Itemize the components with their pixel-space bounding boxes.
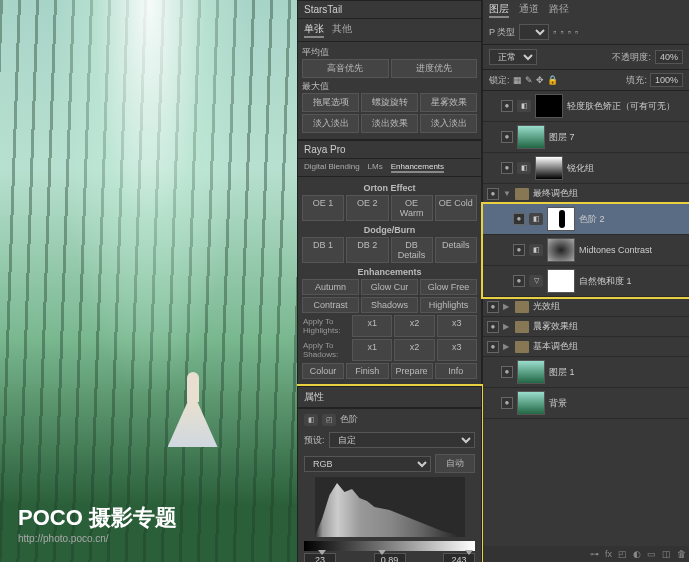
filter-icon[interactable]: ▫ xyxy=(561,27,564,37)
glowcur-button[interactable]: Glow Cur xyxy=(361,279,418,295)
kind-select[interactable] xyxy=(519,24,549,40)
x2s-button[interactable]: x2 xyxy=(394,339,434,361)
st-btn[interactable]: 进度优先 xyxy=(391,59,478,78)
adjust-icon[interactable]: ◐ xyxy=(633,549,641,559)
expand-icon[interactable]: ▶ xyxy=(503,342,511,351)
tab-blend[interactable]: Digital Blending xyxy=(304,162,360,173)
finish-button[interactable]: Finish xyxy=(346,363,388,379)
tab-lms[interactable]: LMs xyxy=(368,162,383,173)
db2-button[interactable]: DB 2 xyxy=(346,237,388,263)
mask-icon[interactable]: ◰ xyxy=(618,549,627,559)
visibility-icon[interactable]: ● xyxy=(513,244,525,256)
visibility-icon[interactable]: ● xyxy=(501,162,513,174)
tab-paths[interactable]: 路径 xyxy=(549,2,569,18)
expand-icon[interactable]: ▶ xyxy=(503,302,511,311)
lock-pos-icon[interactable]: ✥ xyxy=(536,75,544,85)
visibility-icon[interactable]: ● xyxy=(487,321,499,333)
layer-thumb[interactable] xyxy=(517,391,545,415)
autumn-button[interactable]: Autumn xyxy=(302,279,359,295)
layer-thumb[interactable] xyxy=(517,360,545,384)
visibility-icon[interactable]: ● xyxy=(501,131,513,143)
filter-icon[interactable]: ▫ xyxy=(568,27,571,37)
st-btn[interactable]: 淡入淡出 xyxy=(420,114,477,133)
lock-trans-icon[interactable]: ▦ xyxy=(513,75,522,85)
trash-icon[interactable]: 🗑 xyxy=(677,549,686,559)
layer-row[interactable]: ● 图层 1 xyxy=(483,357,689,388)
visibility-icon[interactable]: ● xyxy=(501,397,513,409)
mask-thumb[interactable] xyxy=(535,94,563,118)
x2-button[interactable]: x2 xyxy=(394,315,434,337)
visibility-icon[interactable]: ● xyxy=(487,188,499,200)
expand-icon[interactable]: ▶ xyxy=(503,322,511,331)
x1s-button[interactable]: x1 xyxy=(352,339,392,361)
st-btn[interactable]: 拖尾选项 xyxy=(302,93,359,112)
filter-icon[interactable]: ▫ xyxy=(553,27,556,37)
glowfree-button[interactable]: Glow Free xyxy=(420,279,477,295)
x1-button[interactable]: x1 xyxy=(352,315,392,337)
folder-icon xyxy=(515,188,529,200)
group-row[interactable]: ● ▶ 光效组 xyxy=(483,297,689,317)
layer-row[interactable]: ● ◧ Midtones Contrast xyxy=(483,235,689,266)
tab-channels[interactable]: 通道 xyxy=(519,2,539,18)
layer-row[interactable]: ● ▽ 自然饱和度 1 xyxy=(483,266,689,297)
colour-button[interactable]: Colour xyxy=(302,363,344,379)
tab-single[interactable]: 单张 xyxy=(304,22,324,38)
layer-row[interactable]: ● ◧ 锐化组 xyxy=(483,153,689,184)
opacity-value[interactable]: 40% xyxy=(655,50,683,64)
mask-thumb[interactable] xyxy=(547,207,575,231)
contrast-button[interactable]: Contrast xyxy=(302,297,359,313)
info-button[interactable]: Info xyxy=(435,363,477,379)
det-button[interactable]: Details xyxy=(435,237,477,263)
oe1-button[interactable]: OE 1 xyxy=(302,195,344,221)
mask-thumb[interactable] xyxy=(547,269,575,293)
group-row[interactable]: ● ▶ 基本调色组 xyxy=(483,337,689,357)
prepare-button[interactable]: Prepare xyxy=(391,363,433,379)
new-icon[interactable]: ◫ xyxy=(662,549,671,559)
group-row[interactable]: ● ▼ 最终调色组 xyxy=(483,184,689,204)
visibility-icon[interactable]: ● xyxy=(487,301,499,313)
st-btn[interactable]: 淡出效果 xyxy=(361,114,418,133)
visibility-icon[interactable]: ● xyxy=(501,100,513,112)
mask-thumb[interactable] xyxy=(547,238,575,262)
st-btn[interactable]: 淡入淡出 xyxy=(302,114,359,133)
fx-icon[interactable]: fx xyxy=(605,549,612,559)
mask-thumb[interactable] xyxy=(535,156,563,180)
visibility-icon[interactable]: ● xyxy=(501,366,513,378)
st-btn[interactable]: 星雾效果 xyxy=(420,93,477,112)
tab-layers[interactable]: 图层 xyxy=(489,2,509,18)
group-row[interactable]: ● ▶ 晨雾效果组 xyxy=(483,317,689,337)
shadows-button[interactable]: Shadows xyxy=(361,297,418,313)
layer-row-selected[interactable]: ● ◧ 色阶 2 xyxy=(483,204,689,235)
visibility-icon[interactable]: ● xyxy=(513,213,525,225)
oewarm-button[interactable]: OE Warm xyxy=(391,195,433,221)
visibility-icon[interactable]: ● xyxy=(513,275,525,287)
blend-select[interactable]: 正常 xyxy=(489,49,537,65)
dbdet-button[interactable]: DB Details xyxy=(391,237,433,263)
link-icon[interactable]: ⊶ xyxy=(590,549,599,559)
auto-button[interactable]: 自动 xyxy=(435,454,475,473)
layer-row[interactable]: ● 图层 7 xyxy=(483,122,689,153)
input-slider[interactable] xyxy=(304,541,475,551)
visibility-icon[interactable]: ● xyxy=(487,341,499,353)
layer-row[interactable]: ● ◧ 轻度肤色矫正（可有可无） xyxy=(483,91,689,122)
layer-row[interactable]: ● 背景 xyxy=(483,388,689,419)
preset-select[interactable]: 自定 xyxy=(329,432,475,448)
oecold-button[interactable]: OE Cold xyxy=(435,195,477,221)
filter-icon[interactable]: ▫ xyxy=(575,27,578,37)
lock-all-icon[interactable]: 🔒 xyxy=(547,75,558,85)
x3s-button[interactable]: x3 xyxy=(437,339,477,361)
channel-select[interactable]: RGB xyxy=(304,456,431,472)
st-btn[interactable]: 螺旋旋转 xyxy=(361,93,418,112)
fill-value[interactable]: 100% xyxy=(650,73,683,87)
tab-other[interactable]: 其他 xyxy=(332,22,352,38)
highlights-button[interactable]: Highlights xyxy=(420,297,477,313)
db1-button[interactable]: DB 1 xyxy=(302,237,344,263)
tab-enh[interactable]: Enhancements xyxy=(391,162,444,173)
lock-paint-icon[interactable]: ✎ xyxy=(525,75,533,85)
group-icon[interactable]: ▭ xyxy=(647,549,656,559)
x3-button[interactable]: x3 xyxy=(437,315,477,337)
oe2-button[interactable]: OE 2 xyxy=(346,195,388,221)
expand-icon[interactable]: ▼ xyxy=(503,189,511,198)
st-btn[interactable]: 高音优先 xyxy=(302,59,389,78)
layer-thumb[interactable] xyxy=(517,125,545,149)
